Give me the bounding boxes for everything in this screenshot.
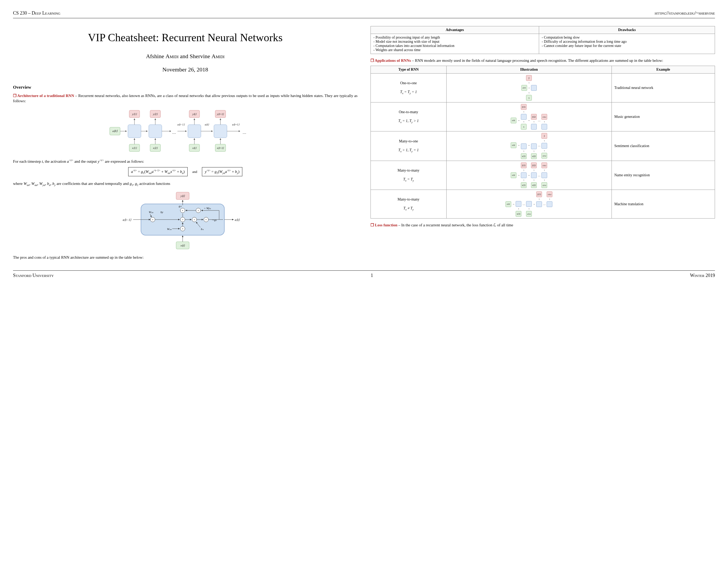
type-formula: Tx = 1, Ty > 1	[373, 119, 444, 124]
svg-rect-31	[214, 125, 227, 138]
footer-left: Stanford University	[13, 273, 54, 278]
header-left: CS 230 – Deep Learning	[13, 10, 60, 16]
drw-header: Drawbacks	[539, 26, 715, 34]
type-name: One-to-many	[373, 110, 444, 114]
svg-text:x⟨t+1⟩: x⟨t+1⟩	[217, 146, 224, 149]
eq-output: y<t> = g2(Wyaa<t> + by)	[202, 167, 242, 176]
svg-text:a⟨0⟩: a⟨0⟩	[113, 129, 118, 132]
page-header: CS 230 – Deep Learning https://stanford.…	[13, 10, 715, 18]
type-name: Many-to-many	[373, 197, 444, 201]
eq-activation: a<t> = g1(Waaa<t−1> + Waxx<t> + ba)	[128, 167, 188, 176]
table-row: Many-to-manyTx = Ty a⟨0⟩ → ŷ⟨1⟩↑↑x⟨1⟩ → …	[371, 161, 715, 190]
svg-text:Wₐₓ: Wₐₓ	[167, 227, 172, 230]
type-formula: Tx = Ty	[373, 177, 444, 182]
right-column: Advantages Drawbacks - Possibility of pr…	[371, 26, 715, 262]
table-row: One-to-manyTx = 1, Ty > 1 a⟨0⟩ → ŷ⟨1⟩↑↑x…	[371, 102, 715, 131]
applications-table: Type of RNN Illustration Example One-to-…	[371, 66, 715, 218]
type-formula: Tx > 1, Ty = 1	[373, 148, 444, 153]
svg-text:by: by	[161, 210, 163, 213]
svg-text:×: ×	[198, 209, 199, 212]
table-row: Many-to-manyTx ≠ Ty a⟨0⟩ → ↑x⟨1⟩ … ↑x⟨Tx…	[371, 190, 715, 218]
svg-text:…: …	[172, 131, 176, 134]
table-row: Many-to-oneTx > 1, Ty = 1 a⟨0⟩ → ↑x⟨1⟩ →…	[371, 131, 715, 161]
proscons-intro: The pros and cons of a typical RNN archi…	[13, 255, 357, 260]
timestep-text: For each timestep t, the activation a<t>…	[13, 158, 357, 164]
svg-text:y⟨t⟩: y⟨t⟩	[180, 194, 185, 197]
illustration-cell: ŷ↑ a⟨0⟩→ ↑x	[446, 73, 612, 102]
page-number: 1	[371, 273, 373, 278]
page-footer: Stanford University 1 Winter 2019	[13, 270, 715, 278]
svg-text:←Wyₐ: ←Wyₐ	[203, 206, 211, 210]
table-row: One-to-oneTx = Ty = 1 ŷ↑ a⟨0⟩→ ↑x Tradit…	[371, 73, 715, 102]
type-name: One-to-one	[373, 81, 444, 85]
svg-rect-22	[188, 125, 201, 138]
svg-text:a⟨t⟩: a⟨t⟩	[235, 218, 240, 222]
svg-text:×: ×	[182, 227, 183, 230]
illustration-cell: a⟨0⟩ → ŷ⟨1⟩↑↑x⟨1⟩ → ŷ⟨2⟩↑↑x⟨2⟩ … ŷ⟨Ty⟩↑↑…	[446, 161, 612, 190]
svg-text:a⟨t−1⟩: a⟨t−1⟩	[177, 123, 185, 126]
example-cell: Traditional neural network	[612, 73, 715, 102]
svg-text:g₂: g₂	[179, 204, 182, 207]
main-title: VIP Cheatsheet: Recurrent Neural Network…	[13, 31, 357, 44]
left-column: VIP Cheatsheet: Recurrent Neural Network…	[13, 26, 357, 262]
svg-text:+: +	[194, 218, 195, 221]
loss-paragraph: Loss function – In the case of a recurre…	[371, 222, 715, 228]
svg-text:+: +	[182, 218, 183, 221]
equations: a<t> = g1(Waaa<t−1> + Waxx<t> + ba) and …	[13, 167, 357, 176]
svg-text:x⟨t⟩: x⟨t⟩	[192, 146, 196, 149]
rnn-cell-diagram: y⟨t⟩ x⟨t⟩ a⟨t−1⟩ a⟨t⟩ × Wₐₐ ×	[13, 191, 357, 251]
adv-cell: - Possibility of processing input of any…	[371, 34, 539, 54]
svg-rect-11	[149, 125, 162, 138]
footer-right: Winter 2019	[690, 273, 715, 278]
svg-text:x⟨1⟩: x⟨1⟩	[132, 146, 137, 149]
example-cell: Music generation	[612, 102, 715, 131]
svg-text:y⟨t⟩: y⟨t⟩	[192, 113, 196, 115]
illustration-cell: a⟨0⟩ → ↑x⟨1⟩ … ↑x⟨Tx⟩ → ŷ⟨1⟩↑ … ŷ⟨Ty⟩↑	[446, 190, 612, 218]
illustration-cell: a⟨0⟩ → ŷ⟨1⟩↑↑x → ŷ⟨2⟩↑ … ŷ⟨Ty⟩↑	[446, 102, 612, 131]
svg-text:a⟨t−1⟩: a⟨t−1⟩	[123, 218, 131, 222]
type-formula: Tx = Ty = 1	[373, 90, 444, 95]
header-right: https://stanford.edu/~shervine	[655, 10, 715, 16]
svg-text:y⟨t+1⟩: y⟨t+1⟩	[217, 113, 224, 115]
svg-rect-3	[128, 125, 141, 138]
loss-label: Loss function	[371, 223, 397, 227]
apps-h1: Type of RNN	[371, 66, 447, 73]
example-cell: Sentiment classification	[612, 131, 715, 161]
type-name: Many-to-many	[373, 168, 444, 173]
svg-text:y⟨1⟩: y⟨1⟩	[132, 113, 137, 115]
where-text: where Wax, Waa, Wya, ba, by are coeffici…	[13, 181, 357, 187]
unrolled-rnn-diagram: a⟨0⟩ y⟨1⟩ x⟨1⟩	[13, 108, 357, 155]
apps-h2: Illustration	[446, 66, 612, 73]
example-cell: Machine translation	[612, 190, 715, 218]
advantages-drawbacks-table: Advantages Drawbacks - Possibility of pr…	[371, 26, 715, 54]
svg-text:→g₁: →g₁	[211, 218, 217, 221]
loss-text: – In the case of a recurrent neural netw…	[397, 223, 513, 227]
eq-and: and	[192, 170, 197, 174]
arch-paragraph: Architecture of a traditional RNN – Recu…	[13, 93, 357, 104]
svg-text:x⟨2⟩: x⟨2⟩	[153, 146, 157, 149]
svg-text:y⟨2⟩: y⟨2⟩	[153, 113, 157, 115]
illustration-cell: a⟨0⟩ → ↑x⟨1⟩ → ↑x⟨2⟩ … ŷ↑↑x⟨Tx⟩	[446, 131, 612, 161]
svg-text:…: …	[243, 131, 246, 134]
svg-text:∘: ∘	[182, 209, 183, 212]
svg-text:a⟨t⟩: a⟨t⟩	[205, 123, 209, 126]
svg-text:Wₐₐ: Wₐₐ	[149, 210, 153, 213]
svg-text:x⟨t⟩: x⟨t⟩	[180, 244, 185, 247]
svg-text:bₐ: bₐ	[201, 227, 204, 230]
apps-text: – RNN models are mostly used in the fiel…	[411, 58, 663, 63]
apps-paragraph: Applications of RNNs – RNN models are mo…	[371, 58, 715, 63]
authors: Afshine Amidi and Shervine Amidi	[13, 53, 357, 60]
apps-label: Applications of RNNs	[371, 58, 411, 63]
apps-h3: Example	[612, 66, 715, 73]
date: November 26, 2018	[13, 66, 357, 73]
svg-text:×: ×	[152, 218, 153, 221]
example-cell: Name entity recognition	[612, 161, 715, 190]
type-formula: Tx ≠ Ty	[373, 206, 444, 211]
overview-heading: Overview	[13, 85, 357, 90]
adv-header: Advantages	[371, 26, 539, 34]
type-name: Many-to-one	[373, 139, 444, 143]
arch-label: Architecture of a traditional RNN	[13, 94, 74, 98]
svg-text:a⟨t+1⟩: a⟨t+1⟩	[232, 123, 239, 126]
drw-cell: - Computation being slow - Difficulty of…	[539, 34, 715, 54]
svg-text:∘: ∘	[205, 218, 207, 221]
